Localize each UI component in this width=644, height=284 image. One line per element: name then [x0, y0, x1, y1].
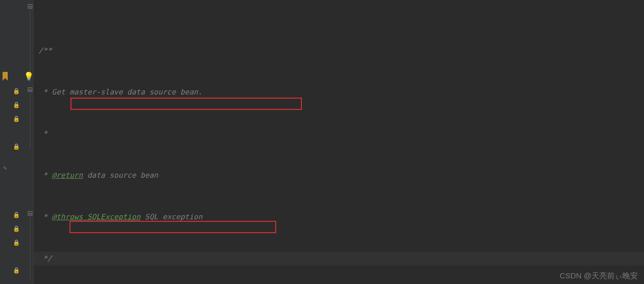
javadoc-text: * Get master-slave data source bean.	[39, 88, 202, 96]
override-lock-icon[interactable]: 🔒	[13, 143, 21, 152]
override-lock-icon[interactable]: 🔒	[13, 225, 21, 234]
override-lock-icon[interactable]: 🔒	[13, 102, 21, 110]
javadoc-tag: @throws	[52, 213, 83, 221]
code-line-current[interactable]: */	[33, 252, 644, 266]
override-lock-icon[interactable]: 🔒	[13, 239, 21, 248]
code-line[interactable]: /**	[33, 44, 644, 58]
intention-bulb-icon[interactable]: 💡	[24, 71, 31, 81]
bookmark-icon[interactable]	[2, 72, 8, 81]
highlight-box	[70, 98, 302, 110]
fold-line	[30, 93, 30, 149]
fold-toggle-icon[interactable]	[28, 4, 32, 9]
javadoc-text: *	[39, 213, 52, 221]
code-editor[interactable]: 💡 🔒 🔒 🔒 🔒 ✎ 🔒 🔒 🔒 🔒 /** * Get master-sla…	[0, 0, 644, 284]
editor-gutter: 💡 🔒 🔒 🔒 🔒 ✎ 🔒 🔒 🔒 🔒	[0, 0, 33, 284]
javadoc-text: SQL exception	[140, 213, 203, 221]
javadoc-text: */	[39, 254, 52, 262]
javadoc-text: data source bean	[83, 171, 158, 179]
fold-toggle-icon[interactable]	[28, 87, 32, 92]
override-lock-icon[interactable]: 🔒	[13, 267, 21, 275]
code-line[interactable]: * @return data source bean	[33, 168, 644, 182]
fold-toggle-icon[interactable]	[28, 211, 32, 216]
javadoc-text: *	[39, 129, 47, 138]
code-area[interactable]: /** * Get master-slave data source bean.…	[33, 0, 644, 284]
javadoc-tag: @return	[52, 171, 83, 179]
edit-pencil-icon[interactable]: ✎	[3, 164, 11, 173]
override-lock-icon[interactable]: 🔒	[13, 212, 21, 220]
code-line[interactable]: * @throws SQLException SQL exception	[33, 210, 644, 224]
javadoc-text: *	[39, 171, 52, 179]
javadoc-text: /**	[39, 46, 52, 54]
javadoc-link: SQLException	[83, 213, 140, 221]
code-line[interactable]: *	[33, 127, 644, 141]
override-lock-icon[interactable]: 🔒	[13, 116, 21, 124]
fold-line	[30, 217, 30, 279]
code-line[interactable]: * Get master-slave data source bean.	[33, 85, 644, 99]
override-lock-icon[interactable]: 🔒	[13, 88, 21, 96]
